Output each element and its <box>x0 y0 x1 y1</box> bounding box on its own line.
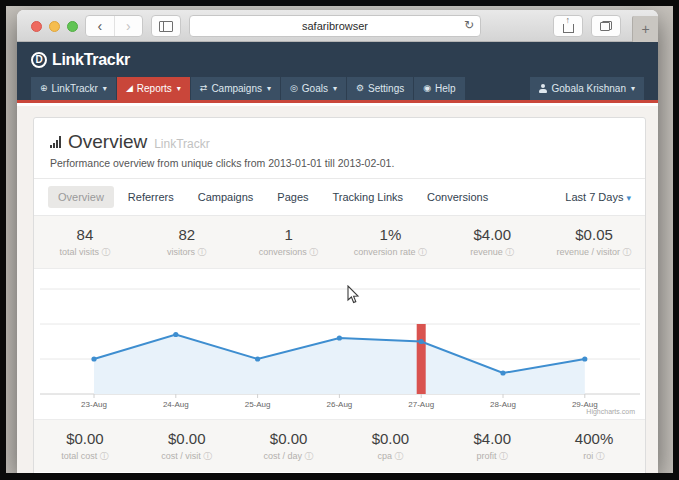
menu-item-campaigns[interactable]: ⇄ Campaigns ▾ <box>191 77 280 100</box>
stat-cost-visit: $0.00 cost / visit ⓘ <box>136 430 238 463</box>
globe-icon: ⊕ <box>40 84 48 93</box>
sidebar-toggle-button[interactable] <box>151 15 181 37</box>
tab-pages[interactable]: Pages <box>267 186 318 208</box>
date-range-dropdown[interactable]: Last 7 Days ▾ <box>565 191 631 203</box>
stat-value: 1% <box>339 226 441 243</box>
close-window-button[interactable] <box>31 21 42 32</box>
stat-value: 400% <box>543 430 645 447</box>
area-chart-icon: ◢ <box>126 84 133 93</box>
page-content: Overview LinkTrackr Performance overview… <box>17 106 658 473</box>
svg-text:24-Aug: 24-Aug <box>163 400 189 409</box>
minimize-window-button[interactable] <box>49 21 60 32</box>
shuffle-icon: ⇄ <box>200 84 208 93</box>
info-icon[interactable]: ⓘ <box>418 247 427 257</box>
tab-overview-button[interactable] <box>591 15 621 37</box>
reload-icon[interactable]: ↻ <box>464 18 474 32</box>
share-button[interactable] <box>553 15 583 37</box>
stat-value: $0.05 <box>543 226 645 243</box>
info-icon[interactable]: ⓘ <box>394 451 403 461</box>
new-tab-button[interactable]: + <box>632 16 658 42</box>
info-icon[interactable]: ⓘ <box>505 247 514 257</box>
chevron-down-icon: ▾ <box>177 84 181 93</box>
menu-item-help[interactable]: ◉ Help <box>414 77 464 100</box>
stats-row-top: 84 total visits ⓘ 82 visitors ⓘ 1 conver… <box>34 216 645 269</box>
info-icon[interactable]: ⓘ <box>305 451 314 461</box>
tab-tracking-links[interactable]: Tracking Links <box>323 186 414 208</box>
screenshot-stage: ‹ › safaribrowser ↻ + <box>0 0 679 480</box>
info-icon[interactable]: ⓘ <box>101 247 110 257</box>
overview-panel: Overview LinkTrackr Performance overview… <box>33 117 646 473</box>
menu-item-goals[interactable]: ◎ Goals ▾ <box>281 77 346 100</box>
stat-label: cpa <box>377 451 392 461</box>
stat-profit: $4.00 profit ⓘ <box>441 430 543 463</box>
info-icon[interactable]: ⓘ <box>596 451 605 461</box>
page-title-suffix: LinkTrackr <box>154 137 210 151</box>
stat-label: cost / visit <box>161 451 201 461</box>
stat-label: profit <box>476 451 496 461</box>
stat-conversions: 1 conversions ⓘ <box>238 226 340 259</box>
info-icon[interactable]: ⓘ <box>198 247 207 257</box>
svg-text:27-Aug: 27-Aug <box>408 400 434 409</box>
visits-chart: 23-Aug24-Aug25-Aug26-Aug27-Aug28-Aug29-A… <box>34 269 645 419</box>
menu-item-label: Help <box>435 83 456 94</box>
tab-conversions[interactable]: Conversions <box>417 186 498 208</box>
menu-item-settings[interactable]: ⚙ Settings <box>347 77 413 100</box>
stat-value: 82 <box>136 226 238 243</box>
page-title: Overview <box>68 131 147 153</box>
stat-label: revenue <box>470 247 503 257</box>
stat-label: cost / day <box>264 451 303 461</box>
chart-credit: Highcharts.com <box>586 408 635 415</box>
tab-referrers[interactable]: Referrers <box>118 186 184 208</box>
stat-revenue-visitor: $0.05 revenue / visitor ⓘ <box>543 226 645 259</box>
info-icon[interactable]: ⓘ <box>499 451 508 461</box>
svg-text:28-Aug: 28-Aug <box>490 400 516 409</box>
stat-cost-day: $0.00 cost / day ⓘ <box>238 430 340 463</box>
chevron-down-icon: ▾ <box>333 84 337 93</box>
info-icon[interactable]: ⓘ <box>309 247 318 257</box>
menu-item-label: LinkTrackr <box>52 83 98 94</box>
stat-value: $0.00 <box>136 430 238 447</box>
stat-total-cost: $0.00 total cost ⓘ <box>34 430 136 463</box>
sidebar-icon <box>159 21 173 32</box>
info-icon[interactable]: ⓘ <box>100 451 109 461</box>
menubar-spacer <box>466 77 531 100</box>
report-tabs: Overview Referrers Campaigns Pages Track… <box>34 178 645 216</box>
tabs-icon <box>600 21 612 31</box>
stat-label: roi <box>583 451 593 461</box>
zoom-window-button[interactable] <box>67 21 78 32</box>
stat-label: total cost <box>61 451 97 461</box>
panel-header: Overview LinkTrackr Performance overview… <box>34 118 645 178</box>
stat-value: $4.00 <box>441 226 543 243</box>
wrench-icon: ⚙ <box>356 84 364 93</box>
info-icon[interactable]: ⓘ <box>623 247 632 257</box>
chevron-down-icon: ▾ <box>103 84 107 93</box>
stat-visitors: 82 visitors ⓘ <box>136 226 238 259</box>
chevron-down-icon: ▾ <box>267 84 271 93</box>
stat-label: conversions <box>259 247 307 257</box>
linktrackr-brand-text: LinkTrackr <box>52 51 130 69</box>
app-menubar: ⊕ LinkTrackr ▾ ◢ Reports ▾ ⇄ Campaigns ▾… <box>17 77 658 103</box>
tab-campaigns[interactable]: Campaigns <box>188 186 264 208</box>
safari-window: ‹ › safaribrowser ↻ + <box>17 10 658 473</box>
svg-text:23-Aug: 23-Aug <box>81 400 107 409</box>
menu-item-label: Campaigns <box>211 83 262 94</box>
info-icon[interactable]: ⓘ <box>203 451 212 461</box>
tab-overview[interactable]: Overview <box>48 186 114 208</box>
stat-label: conversion rate <box>354 247 416 257</box>
menu-item-linktrackr[interactable]: ⊕ LinkTrackr ▾ <box>31 77 116 100</box>
user-menu[interactable]: Gobala Krishnan ▾ <box>530 77 644 100</box>
menu-item-label: Goals <box>302 83 328 94</box>
back-button[interactable]: ‹ <box>86 16 114 36</box>
forward-button[interactable]: › <box>114 16 143 36</box>
menu-item-reports[interactable]: ◢ Reports ▾ <box>117 77 190 100</box>
linktrackr-logo[interactable]: D LinkTrackr <box>31 51 130 69</box>
stat-value: $0.00 <box>339 430 441 447</box>
desktop-background: ‹ › safaribrowser ↻ + <box>6 6 673 473</box>
stat-cpa: $0.00 cpa ⓘ <box>339 430 441 463</box>
linktrackr-logo-icon: D <box>31 52 47 68</box>
address-bar[interactable]: safaribrowser ↻ <box>189 15 481 37</box>
address-bar-text: safaribrowser <box>190 20 480 32</box>
history-nav-group: ‹ › <box>85 15 143 37</box>
stat-label: revenue / visitor <box>557 247 621 257</box>
stat-revenue: $4.00 revenue ⓘ <box>441 226 543 259</box>
